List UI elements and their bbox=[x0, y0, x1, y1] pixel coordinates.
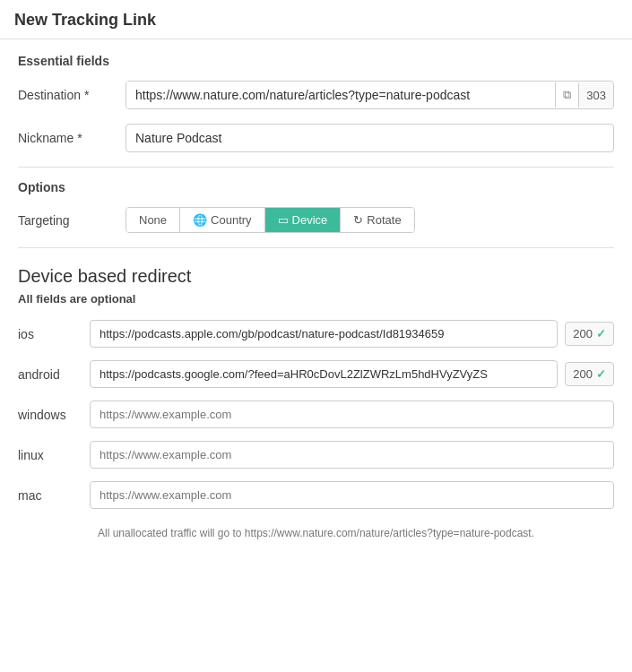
targeting-none-button[interactable]: None bbox=[126, 208, 180, 232]
targeting-label: Targeting bbox=[18, 213, 126, 228]
android-label: android bbox=[18, 367, 90, 382]
android-status-code: 200 bbox=[573, 367, 593, 381]
destination-input[interactable] bbox=[126, 82, 555, 108]
options-title: Options bbox=[18, 180, 614, 194]
device-section-title: Device based redirect bbox=[18, 266, 614, 287]
destination-label: Destination * bbox=[18, 88, 126, 102]
rotate-icon: ↻ bbox=[353, 213, 363, 227]
linux-row: linux bbox=[18, 441, 614, 469]
ios-row: ios 200 ✓ bbox=[18, 320, 614, 348]
windows-input-wrap bbox=[90, 401, 614, 428]
android-check-icon: ✓ bbox=[596, 367, 606, 381]
targeting-row: Targeting None 🌐 Country ▭ Device ↻ Rota… bbox=[18, 207, 614, 233]
destination-row: Destination * ⧉ 303 bbox=[18, 81, 614, 109]
page-header: New Tracking Link bbox=[0, 0, 632, 39]
ios-check-icon: ✓ bbox=[596, 327, 606, 340]
targeting-rotate-button[interactable]: ↻ Rotate bbox=[341, 208, 413, 232]
ios-input-wrap: 200 ✓ bbox=[90, 320, 614, 348]
targeting-device-button[interactable]: ▭ Device bbox=[265, 208, 342, 232]
linux-input[interactable] bbox=[90, 441, 614, 469]
ios-label: ios bbox=[18, 327, 90, 341]
nickname-input-wrap bbox=[126, 124, 614, 152]
nickname-label: Nickname * bbox=[18, 131, 126, 145]
device-section: Device based redirect All fields are opt… bbox=[18, 266, 614, 539]
android-input-wrap: 200 ✓ bbox=[90, 360, 614, 388]
mac-input-wrap bbox=[90, 481, 614, 509]
ios-status-code: 200 bbox=[573, 327, 593, 340]
windows-label: windows bbox=[18, 408, 90, 422]
device-icon: ▭ bbox=[278, 213, 289, 227]
android-row: android 200 ✓ bbox=[18, 360, 614, 388]
divider-2 bbox=[18, 247, 614, 248]
clipboard-icon: ⧉ bbox=[555, 82, 578, 108]
linux-input-wrap bbox=[90, 441, 614, 469]
mac-row: mac bbox=[18, 481, 614, 509]
targeting-country-button[interactable]: 🌐 Country bbox=[180, 208, 265, 232]
nickname-row: Nickname * bbox=[18, 124, 614, 152]
android-status-badge: 200 ✓ bbox=[565, 362, 614, 386]
linux-label: linux bbox=[18, 448, 90, 462]
windows-input[interactable] bbox=[90, 401, 614, 428]
options-section: Options Targeting None 🌐 Country ▭ Devic… bbox=[18, 180, 614, 233]
device-section-subtitle: All fields are optional bbox=[18, 292, 614, 306]
footer-note: All unallocated traffic will go to https… bbox=[18, 527, 614, 539]
windows-row: windows bbox=[18, 401, 614, 428]
mac-label: mac bbox=[18, 488, 90, 503]
mac-input[interactable] bbox=[90, 481, 614, 509]
targeting-button-group: None 🌐 Country ▭ Device ↻ Rotate bbox=[126, 207, 415, 233]
essential-fields-section: Essential fields Destination * ⧉ 303 Nic… bbox=[18, 54, 614, 152]
page-title: New Tracking Link bbox=[14, 11, 618, 30]
ios-input[interactable] bbox=[90, 320, 558, 348]
nickname-input[interactable] bbox=[126, 124, 614, 152]
globe-icon: 🌐 bbox=[193, 213, 207, 227]
essential-fields-title: Essential fields bbox=[18, 54, 614, 68]
destination-input-wrap: ⧉ 303 bbox=[126, 81, 614, 109]
char-count: 303 bbox=[578, 83, 613, 108]
ios-status-badge: 200 ✓ bbox=[565, 322, 614, 346]
divider-1 bbox=[18, 167, 614, 168]
android-input[interactable] bbox=[90, 360, 558, 388]
